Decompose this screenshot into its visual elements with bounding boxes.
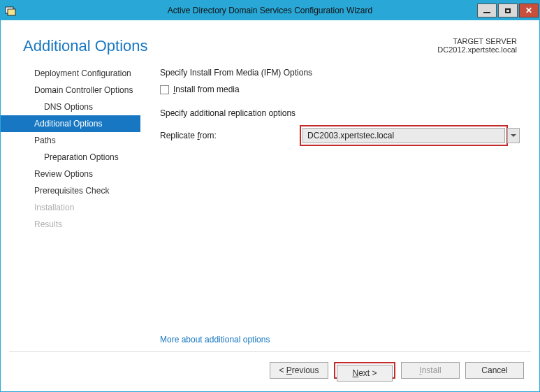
install-from-media-label: Install from media [173,85,240,94]
install-from-media-row: Install from media [160,85,520,94]
svg-marker-2 [511,134,516,137]
replicate-from-dropdown-button[interactable] [507,128,520,143]
next-button[interactable]: Next > [337,365,393,382]
titlebar: Active Directory Domain Services Configu… [1,1,539,20]
wizard-nav: Deployment Configuration Domain Controll… [1,62,140,351]
nav-preparation-options[interactable]: Preparation Options [19,149,140,166]
nav-installation: Installation [19,199,140,216]
nav-results: Results [19,216,140,233]
replicate-from-row: Replicate from: DC2003.xpertstec.local [160,125,520,146]
chevron-down-icon [511,133,516,138]
nav-deployment-configuration[interactable]: Deployment Configuration [19,65,140,82]
app-icon [5,5,16,16]
replicate-from-label: Replicate from: [160,131,300,140]
content-pane: Specify Install From Media (IFM) Options… [140,62,539,351]
window-controls: ✕ [476,3,539,17]
target-server-label: TARGET SERVER [437,37,517,45]
nav-domain-controller-options[interactable]: Domain Controller Options [19,82,140,99]
replicate-from-combo[interactable]: DC2003.xpertstec.local [302,128,505,143]
nav-dns-options[interactable]: DNS Options [19,99,140,115]
page-title: Additional Options [23,37,148,55]
install-from-media-checkbox[interactable] [160,85,169,94]
svg-rect-1 [8,9,15,15]
next-button-highlight: Next > [334,362,395,379]
nav-additional-options[interactable]: Additional Options [1,115,140,132]
replication-heading: Specify additional replication options [160,108,520,118]
nav-paths[interactable]: Paths [19,132,140,149]
window-body: Additional Options TARGET SERVER DC2012.… [1,20,539,391]
target-server-value: DC2012.xpertstec.local [437,45,517,54]
target-server: TARGET SERVER DC2012.xpertstec.local [437,37,517,54]
ifm-heading: Specify Install From Media (IFM) Options [160,68,520,78]
more-about-link[interactable]: More about additional options [160,335,270,344]
previous-button[interactable]: < Previous [270,362,328,379]
nav-review-options[interactable]: Review Options [19,166,140,182]
minimize-button[interactable] [477,3,497,17]
replicate-from-highlight: DC2003.xpertstec.local [300,125,508,146]
footer: < Previous Next > Install Cancel [1,352,539,391]
nav-prerequisites-check[interactable]: Prerequisites Check [19,182,140,199]
install-button: Install [401,362,460,379]
wizard-window: Active Directory Domain Services Configu… [0,0,540,392]
window-title: Active Directory Domain Services Configu… [1,6,539,15]
cancel-button[interactable]: Cancel [465,362,524,379]
close-button[interactable]: ✕ [519,3,539,17]
maximize-button[interactable] [498,3,518,17]
body: Deployment Configuration Domain Controll… [1,62,539,351]
replicate-from-value: DC2003.xpertstec.local [307,131,394,140]
header: Additional Options TARGET SERVER DC2012.… [1,20,539,62]
